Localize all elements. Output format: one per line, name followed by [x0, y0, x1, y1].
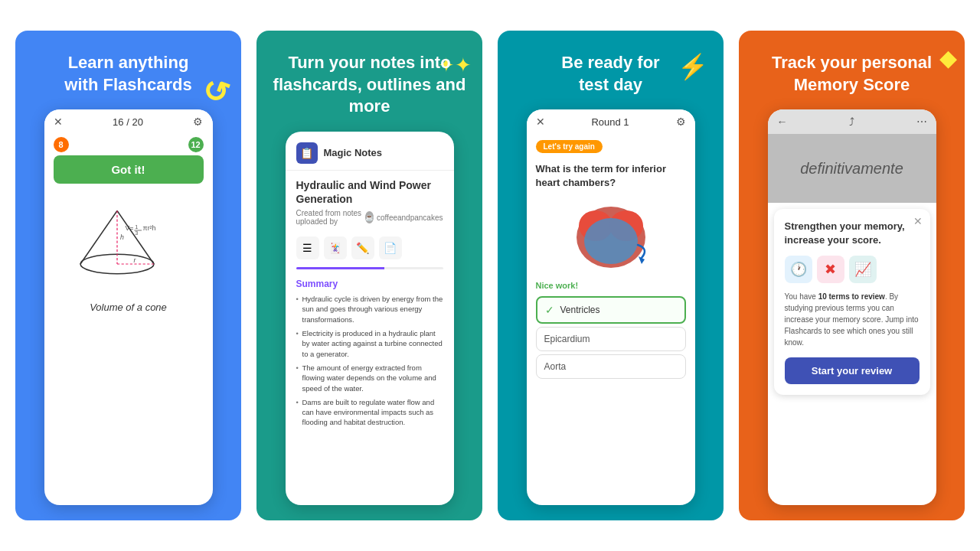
popup-icons-row: 🕐 ✖ 📈 [785, 256, 920, 283]
quiz-close-icon: ✕ [536, 116, 545, 128]
magic-notes-label: Magic Notes [324, 147, 383, 158]
deco-lightning: ⚡ [678, 52, 708, 81]
phone-bar-1: ✕ 16 / 20 ⚙ [44, 109, 213, 134]
badges-row: 8 12 [44, 134, 213, 155]
panels-container: ↺ Learn anything with Flashcards ✕ 16 / … [0, 0, 980, 551]
svg-text:V=: V= [125, 224, 133, 232]
chart-icon-box: 📈 [849, 256, 877, 283]
panel-4-title: Track your personal Memory Score [772, 52, 932, 96]
more-icon[interactable]: ⋯ [916, 116, 927, 128]
correct-answer-text: Ventricles [560, 305, 600, 315]
back-icon[interactable]: ← [777, 116, 788, 128]
answer-option-2[interactable]: Aorta [536, 354, 686, 379]
summary-section: Summary Hydraulic cycle is driven by ene… [286, 276, 454, 435]
x-icon-box: ✖ [817, 256, 844, 283]
close-icon: ✕ [54, 116, 63, 128]
username: coffeeandpancakes [377, 214, 443, 222]
phone-mockup-2: 📋 Magic Notes Hydraulic and Wind Power G… [286, 132, 454, 505]
quiz-round: Round 1 [591, 116, 629, 128]
user-avatar: ☕ [365, 211, 374, 223]
summary-item-4: Dams are built to regulate water flow an… [296, 397, 443, 428]
share-icon[interactable]: ⤴ [849, 116, 854, 128]
svg-text:h: h [120, 233, 124, 241]
list-tool-icon[interactable]: ☰ [296, 236, 319, 259]
panel-1-title: Learn anything with Flashcards [64, 52, 191, 96]
quiz-bar: ✕ Round 1 ⚙ [527, 109, 695, 134]
summary-item-3: The amount of energy extracted from flow… [296, 363, 443, 393]
svg-text:r: r [133, 256, 136, 264]
panel-3-title: Be ready for test day [561, 52, 659, 96]
popup-title: Strengthen your memory, increase your sc… [785, 220, 920, 247]
notes-doc-title: Hydraulic and Wind Power Generation [286, 171, 454, 209]
phone-mockup-4: ← ⤴ ⋯ definitivamente ✕ Strengthen your … [768, 109, 936, 505]
heart-image [527, 203, 695, 272]
progress-bar [296, 267, 443, 269]
summary-item-2: Electricity is produced in a hydraulic p… [296, 328, 443, 359]
terms-count: 10 terms to review [818, 292, 885, 301]
got-it-button[interactable]: Got it! [54, 155, 204, 184]
quiz-gear-icon: ⚙ [676, 116, 686, 128]
clock-icon-box: 🕐 [785, 256, 812, 283]
try-again-badge: Let's try again [527, 134, 695, 159]
phone-top-bar: ← ⤴ ⋯ [768, 109, 936, 134]
check-icon: ✓ [545, 304, 554, 316]
start-review-button[interactable]: Start your review [785, 357, 920, 384]
memory-popup: ✕ Strengthen your memory, increase your … [774, 209, 930, 394]
deco-diamond: ◆ [939, 44, 957, 71]
popup-desc-start: You have [785, 292, 818, 301]
badge-right: 12 [188, 137, 204, 152]
svg-text:3: 3 [135, 230, 138, 237]
gear-icon: ⚙ [193, 116, 203, 128]
cone-svg: h r V= 1 3 πr²h [71, 197, 163, 282]
edit-tool-icon[interactable]: ✏️ [351, 236, 374, 259]
progress-text: 16 / 20 [113, 116, 143, 128]
doc-tool-icon[interactable]: 📄 [379, 236, 402, 259]
popup-close-icon[interactable]: ✕ [913, 215, 923, 227]
tool-icons-row: ☰ 🃏 ✏️ 📄 [286, 232, 454, 267]
nice-work-text: Nice work! [527, 278, 695, 293]
quiz-question: What is the term for inferior heart cham… [527, 159, 695, 196]
created-by-text: Created from notes uploaded by [296, 209, 362, 226]
panel-memory-score: ◆ Track your personal Memory Score ← ⤴ ⋯… [739, 31, 965, 520]
card-label: Volume of a cone [90, 302, 167, 313]
magic-header: 📋 Magic Notes [286, 132, 454, 171]
panel-2-title: Turn your notes into flashcards, outline… [272, 52, 467, 118]
card-content: h r V= 1 3 πr²h Volume of a cone [44, 190, 213, 325]
panel-magic-notes: ✦✦ Turn your notes into flashcards, outl… [256, 31, 482, 520]
phone-mockup-3: ✕ Round 1 ⚙ Let's try again What is the … [527, 109, 695, 505]
notes-subtitle: Created from notes uploaded by ☕ coffeea… [286, 209, 454, 232]
answer-option-1[interactable]: Epicardium [536, 327, 686, 351]
heart-svg [565, 203, 657, 272]
magic-notes-icon: 📋 [296, 142, 318, 164]
summary-title: Summary [296, 279, 443, 289]
summary-item-1: Hydraulic cycle is driven by energy from… [296, 294, 443, 324]
word-text: definitivamente [800, 160, 903, 178]
cards-tool-icon[interactable]: 🃏 [324, 236, 347, 259]
word-display: definitivamente [768, 134, 936, 203]
panel-flashcards: ↺ Learn anything with Flashcards ✕ 16 / … [15, 31, 241, 520]
popup-desc: You have 10 terms to review. By studying… [785, 291, 920, 348]
correct-answer-option: ✓ Ventricles [536, 296, 686, 324]
phone-mockup-1: ✕ 16 / 20 ⚙ 8 12 Got it! [44, 109, 213, 505]
svg-point-15 [584, 218, 638, 264]
badge-left: 8 [54, 137, 69, 152]
deco-arrow: ↺ [198, 73, 234, 110]
try-again-text: Let's try again [536, 140, 603, 153]
panel-quiz: ⚡ Be ready for test day ✕ Round 1 ⚙ Let'… [498, 31, 724, 520]
svg-text:πr²h: πr²h [142, 224, 155, 232]
